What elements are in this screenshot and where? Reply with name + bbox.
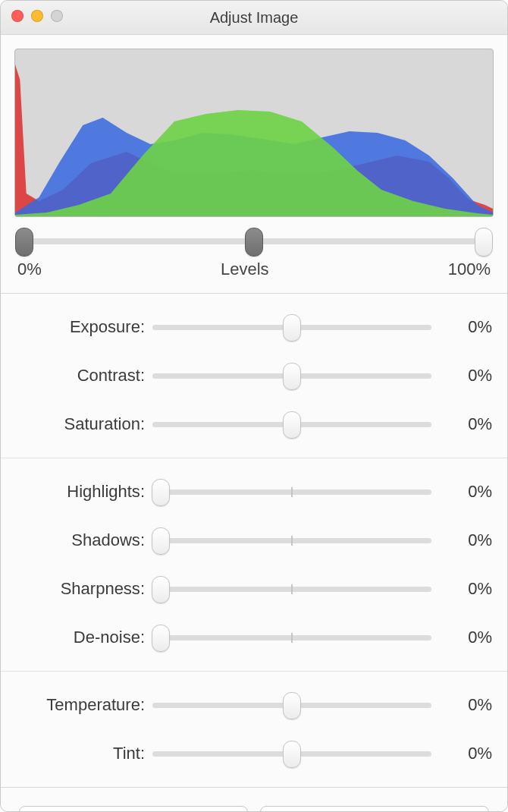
- shadows-label: Shadows: [16, 530, 152, 550]
- slider-row-tint: Tint0%: [1, 729, 507, 778]
- enhance-button[interactable]: Enhance: [19, 806, 248, 812]
- levels-white-handle[interactable]: [475, 228, 493, 257]
- highlights-label: Highlights: [16, 482, 152, 502]
- histogram: [14, 49, 494, 217]
- saturation-label: Saturation: [16, 414, 152, 434]
- temperature-label: Temperature: [16, 695, 152, 715]
- levels-slider[interactable]: [14, 228, 494, 258]
- contrast-slider[interactable]: [152, 362, 431, 389]
- temperature-value: 0%: [431, 695, 492, 715]
- zoom-icon[interactable]: [51, 10, 63, 22]
- shadows-thumb[interactable]: [152, 527, 170, 555]
- denoise-slider[interactable]: [152, 624, 431, 651]
- temperature-slider[interactable]: [152, 691, 431, 719]
- denoise-label: De-noise: [16, 628, 152, 647]
- levels-labels: 0% Levels 100%: [14, 258, 494, 293]
- tint-thumb[interactable]: [283, 741, 301, 768]
- levels-center-label: Levels: [42, 260, 448, 279]
- window-title: Adjust Image: [1, 9, 507, 27]
- saturation-value: 0%: [431, 414, 492, 434]
- highlights-value: 0%: [431, 482, 492, 502]
- sharpness-value: 0%: [431, 579, 492, 599]
- histogram-panel: 0% Levels 100%: [1, 35, 507, 294]
- tint-label: Tint: [16, 744, 152, 763]
- levels-mid-handle[interactable]: [245, 228, 263, 257]
- histogram-svg: [15, 49, 493, 216]
- contrast-thumb[interactable]: [283, 363, 301, 390]
- levels-left-label: 0%: [17, 260, 42, 279]
- saturation-thumb[interactable]: [283, 411, 301, 439]
- saturation-slider[interactable]: [152, 411, 431, 438]
- shadows-slider[interactable]: [152, 527, 431, 554]
- close-icon[interactable]: [11, 10, 24, 22]
- slider-row-exposure: Exposure0%: [1, 303, 507, 351]
- levels-right-label: 100%: [448, 260, 491, 279]
- titlebar: Adjust Image: [1, 1, 507, 35]
- shadows-value: 0%: [431, 530, 492, 550]
- button-row: Enhance Reset Image: [1, 788, 507, 812]
- slider-row-temperature: Temperature0%: [1, 681, 507, 729]
- slider-row-contrast: Contrast0%: [1, 351, 507, 400]
- contrast-value: 0%: [431, 366, 492, 386]
- slider-row-highlights: Highlights0%: [1, 467, 507, 516]
- denoise-thumb[interactable]: [152, 625, 170, 652]
- tint-value: 0%: [431, 744, 492, 763]
- exposure-value: 0%: [431, 317, 492, 337]
- sliders-list: Exposure0%Contrast0%Saturation0%Highligh…: [1, 294, 507, 788]
- slider-row-denoise: De-noise0%: [1, 613, 507, 662]
- sharpness-thumb[interactable]: [152, 576, 170, 603]
- slider-row-saturation: Saturation0%: [1, 400, 507, 448]
- traffic-lights: [11, 10, 63, 22]
- exposure-label: Exposure: [16, 317, 152, 337]
- denoise-value: 0%: [431, 628, 492, 647]
- temperature-thumb[interactable]: [283, 692, 301, 719]
- highlights-slider[interactable]: [152, 478, 431, 505]
- sharpness-slider[interactable]: [152, 575, 431, 603]
- slider-row-sharpness: Sharpness0%: [1, 565, 507, 613]
- exposure-slider[interactable]: [152, 313, 431, 341]
- contrast-label: Contrast: [16, 366, 152, 386]
- levels-black-handle[interactable]: [15, 228, 33, 257]
- exposure-thumb[interactable]: [283, 314, 301, 341]
- adjust-image-window: Adjust Image 0% Levels 100% Exposure0%C: [0, 0, 508, 812]
- reset-image-button[interactable]: Reset Image: [260, 806, 489, 812]
- sharpness-label: Sharpness: [16, 579, 152, 599]
- tint-slider[interactable]: [152, 740, 431, 767]
- slider-row-shadows: Shadows0%: [1, 516, 507, 565]
- highlights-thumb[interactable]: [152, 479, 170, 506]
- minimize-icon[interactable]: [31, 10, 43, 22]
